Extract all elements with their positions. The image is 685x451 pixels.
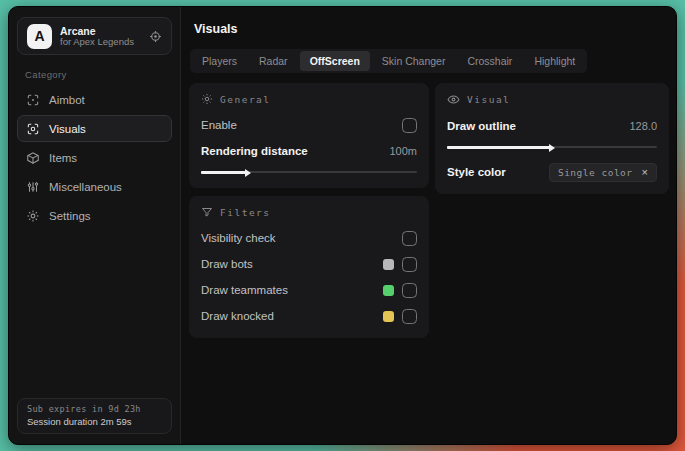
brand-text: Arcane for Apex Legends — [60, 25, 141, 48]
sidebar: A Arcane for Apex Legends Category — [9, 7, 181, 444]
slider-fill[interactable] — [201, 171, 246, 174]
sun-icon — [201, 93, 213, 105]
scan-eye-icon — [26, 122, 40, 136]
subscription-card: Sub expires in 9d 23h Session duration 2… — [17, 398, 172, 434]
enable-checkbox[interactable] — [402, 118, 417, 133]
visibility-check-row: Visibility check — [201, 228, 417, 248]
draw-knocked-row: Draw knocked — [201, 306, 417, 326]
slider-fill[interactable] — [447, 146, 550, 149]
target-icon[interactable] — [149, 30, 162, 43]
app-logo: A — [27, 24, 52, 49]
draw-knocked-color-swatch[interactable] — [383, 311, 394, 322]
draw-bots-label: Draw bots — [201, 258, 253, 270]
tab-highlight[interactable]: Highlight — [524, 51, 585, 71]
general-panel: General Enable Rendering distance 100m — [189, 83, 429, 188]
sub-expires-text: Sub expires in 9d 23h — [27, 404, 162, 414]
sidebar-item-items[interactable]: Items — [17, 144, 172, 171]
page-title: Visuals — [194, 22, 669, 36]
app-subtitle: for Apex Legends — [60, 37, 141, 48]
gear-icon — [26, 209, 40, 223]
draw-teammates-row: Draw teammates — [201, 280, 417, 300]
draw-bots-color-swatch[interactable] — [383, 259, 394, 270]
style-color-row: Style color Single color × — [447, 162, 657, 182]
style-color-dropdown[interactable]: Single color × — [549, 163, 657, 182]
draw-teammates-color-swatch[interactable] — [383, 285, 394, 296]
rendering-distance-row: Rendering distance 100m — [201, 141, 417, 161]
sidebar-nav: Aimbot Visuals Items — [17, 86, 172, 229]
visibility-check-label: Visibility check — [201, 232, 276, 244]
draw-knocked-checkbox[interactable] — [402, 309, 417, 324]
draw-teammates-checkbox[interactable] — [402, 283, 417, 298]
sliders-icon — [26, 180, 40, 194]
session-duration-text: Session duration 2m 59s — [27, 416, 162, 427]
rendering-distance-slider[interactable] — [201, 168, 417, 176]
sidebar-item-label: Settings — [49, 210, 91, 222]
sidebar-item-miscellaneous[interactable]: Miscellaneous — [17, 173, 172, 200]
tab-bar: Players Radar OffScreen Skin Changer Cro… — [190, 49, 587, 73]
rendering-distance-value: 100m — [389, 145, 417, 157]
app-name: Arcane — [60, 25, 141, 37]
crosshair-icon — [26, 93, 40, 107]
tab-crosshair[interactable]: Crosshair — [457, 51, 522, 71]
tab-offscreen[interactable]: OffScreen — [300, 51, 370, 71]
style-color-label: Style color — [447, 166, 506, 178]
tab-players[interactable]: Players — [192, 51, 247, 71]
close-icon[interactable]: × — [642, 167, 648, 178]
right-column: Visual Draw outline 128.0 Style color Si… — [435, 83, 669, 194]
panel-title: General — [220, 94, 271, 105]
app-window: A Arcane for Apex Legends Category — [8, 6, 677, 445]
eye-icon — [447, 93, 460, 106]
sidebar-spacer — [17, 229, 172, 398]
sidebar-item-label: Items — [49, 152, 77, 164]
sidebar-item-settings[interactable]: Settings — [17, 202, 172, 229]
rendering-distance-label: Rendering distance — [201, 145, 308, 157]
style-color-value: Single color — [558, 167, 633, 178]
enable-label: Enable — [201, 119, 237, 131]
brand-card: A Arcane for Apex Legends — [17, 17, 172, 55]
general-panel-header: General — [201, 93, 417, 105]
sidebar-item-label: Aimbot — [49, 94, 85, 106]
filters-panel: Filters Visibility check Draw bots — [189, 196, 429, 338]
sidebar-item-aimbot[interactable]: Aimbot — [17, 86, 172, 113]
category-label: Category — [25, 69, 172, 80]
sidebar-item-label: Visuals — [49, 123, 86, 135]
draw-bots-row: Draw bots — [201, 254, 417, 274]
draw-outline-row: Draw outline 128.0 — [447, 116, 657, 136]
draw-knocked-label: Draw knocked — [201, 310, 274, 322]
tab-skin-changer[interactable]: Skin Changer — [372, 51, 456, 71]
panel-title: Filters — [220, 207, 271, 218]
visual-panel: Visual Draw outline 128.0 Style color Si… — [435, 83, 669, 194]
tab-radar[interactable]: Radar — [249, 51, 298, 71]
sidebar-item-label: Miscellaneous — [49, 181, 122, 193]
draw-outline-value: 128.0 — [629, 120, 657, 132]
left-column: General Enable Rendering distance 100m — [189, 83, 429, 338]
filters-panel-header: Filters — [201, 206, 417, 218]
draw-bots-checkbox[interactable] — [402, 257, 417, 272]
visual-panel-header: Visual — [447, 93, 657, 106]
sidebar-item-visuals[interactable]: Visuals — [17, 115, 172, 142]
funnel-icon — [201, 206, 213, 218]
draw-teammates-label: Draw teammates — [201, 284, 288, 296]
enable-row: Enable — [201, 115, 417, 135]
content: General Enable Rendering distance 100m — [189, 83, 669, 338]
panel-title: Visual — [467, 94, 510, 105]
main-area: Visuals Players Radar OffScreen Skin Cha… — [181, 7, 677, 444]
draw-outline-label: Draw outline — [447, 120, 516, 132]
draw-outline-slider[interactable] — [447, 143, 657, 151]
visibility-check-checkbox[interactable] — [402, 231, 417, 246]
cube-icon — [26, 151, 40, 165]
